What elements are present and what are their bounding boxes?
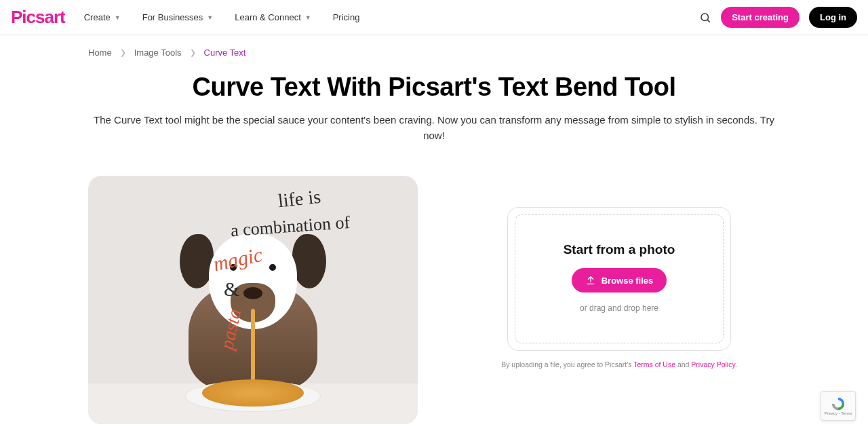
nav-business-label: For Businesses — [142, 12, 203, 22]
upload-box: Start from a photo Browse files or drag … — [507, 207, 731, 351]
hero-dog-ear — [292, 234, 326, 288]
recaptcha-privacy: Privacy - Terms — [824, 411, 852, 415]
nav-create-label: Create — [84, 12, 111, 22]
hero-text-4: & — [224, 278, 239, 301]
disclaimer-period: . — [735, 360, 737, 369]
upload-title: Start from a photo — [564, 242, 675, 257]
main-container: Home ❯ Image Tools ❯ Curve Text Curve Te… — [75, 35, 793, 433]
page-subtitle: The Curve Text tool might be the special… — [88, 113, 780, 143]
main-nav: Create▼ For Businesses▼ Learn & Connect▼… — [84, 12, 360, 22]
terms-link[interactable]: Terms of Use — [633, 360, 675, 369]
hero-text-1: life is — [277, 186, 322, 212]
login-button[interactable]: Log in — [809, 7, 857, 28]
chevron-down-icon: ▼ — [115, 14, 121, 21]
breadcrumb-tools[interactable]: Image Tools — [134, 48, 182, 58]
chevron-right-icon: ❯ — [190, 48, 196, 57]
logo[interactable]: Picsart — [11, 7, 65, 28]
nav-pricing-label: Pricing — [333, 12, 360, 22]
search-icon[interactable] — [699, 12, 711, 24]
upload-disclaimer: By uploading a file, you agree to Picsar… — [501, 360, 737, 369]
svg-line-1 — [708, 20, 710, 22]
header-left: Picsart Create▼ For Businesses▼ Learn & … — [11, 7, 359, 28]
svg-point-0 — [701, 14, 709, 21]
recaptcha-badge[interactable]: Privacy - Terms — [821, 391, 856, 421]
hero-text-2: a combination of — [230, 212, 351, 241]
start-creating-button[interactable]: Start creating — [721, 7, 800, 28]
hero-pasta — [202, 379, 304, 407]
hero-dog-nose — [243, 287, 262, 299]
nav-learn[interactable]: Learn & Connect▼ — [235, 12, 311, 22]
upload-icon — [585, 275, 596, 286]
breadcrumb: Home ❯ Image Tools ❯ Curve Text — [88, 35, 780, 70]
hero-noodle — [251, 309, 255, 383]
nav-learn-label: Learn & Connect — [235, 12, 301, 22]
breadcrumb-current: Curve Text — [204, 48, 246, 58]
header-right: Start creating Log in — [699, 7, 857, 28]
drag-hint: or drag and drop here — [580, 303, 658, 313]
nav-business[interactable]: For Businesses▼ — [142, 12, 214, 22]
upload-column: Start from a photo Browse files or drag … — [458, 176, 780, 369]
page-title: Curve Text With Picsart's Text Bend Tool — [88, 73, 780, 102]
upload-dropzone[interactable]: Start from a photo Browse files or drag … — [515, 214, 724, 343]
disclaimer-prefix: By uploading a file, you agree to Picsar… — [501, 360, 633, 369]
hero-dog-eye — [269, 264, 276, 271]
header: Picsart Create▼ For Businesses▼ Learn & … — [0, 0, 868, 35]
nav-create[interactable]: Create▼ — [84, 12, 121, 22]
nav-pricing[interactable]: Pricing — [333, 12, 360, 22]
hero-image: life is a combination of magic & pasta — [88, 176, 418, 424]
chevron-down-icon: ▼ — [305, 14, 311, 21]
breadcrumb-home[interactable]: Home — [88, 48, 112, 58]
browse-files-button[interactable]: Browse files — [572, 268, 667, 293]
browse-files-label: Browse files — [601, 276, 654, 286]
recaptcha-icon — [831, 396, 846, 411]
content-row: life is a combination of magic & pasta S… — [88, 176, 780, 424]
disclaimer-and: and — [675, 360, 691, 369]
privacy-link[interactable]: Privacy Policy — [691, 360, 735, 369]
chevron-down-icon: ▼ — [207, 14, 213, 21]
chevron-right-icon: ❯ — [120, 48, 126, 57]
